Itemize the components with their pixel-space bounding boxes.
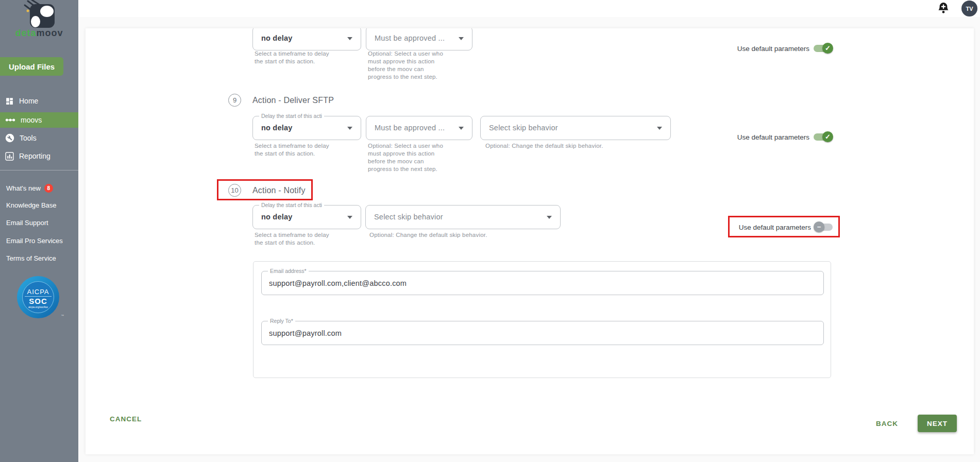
dropdown-arrow-icon bbox=[657, 127, 662, 130]
aicpa-soc-badge-inner: AICPA SOC aicpa.org/soc4so bbox=[22, 281, 54, 313]
sidebar-item-label: Home bbox=[19, 97, 38, 105]
approver-select-step9[interactable]: Must be approved ... bbox=[366, 116, 472, 140]
delay-helper-text: Select a timeframe to delaythe start of … bbox=[255, 231, 329, 247]
delay-select-label: Delay the start of this acti bbox=[259, 113, 324, 119]
sidebar-item-label: Reporting bbox=[19, 152, 50, 160]
use-default-parameters-toggle[interactable]: ✓ bbox=[814, 43, 832, 54]
skip-select-step10[interactable]: Select skip behavior bbox=[365, 205, 561, 229]
use-default-parameters-label: Use default parameters bbox=[737, 133, 809, 141]
sidebar-item-label: moovs bbox=[21, 116, 42, 124]
wrench-icon bbox=[5, 133, 14, 143]
delay-select-prev[interactable]: no delay bbox=[252, 28, 361, 50]
logo-text-prefix: deta bbox=[15, 28, 36, 38]
dropdown-arrow-icon bbox=[459, 127, 464, 130]
aicpa-soc-badge: AICPA SOC aicpa.org/soc4so bbox=[17, 276, 59, 318]
approver-helper-text: Optional: Select a user whomust approve … bbox=[368, 142, 443, 173]
notification-bell-icon[interactable] bbox=[938, 2, 949, 14]
sidebar-link-label: What's new bbox=[6, 184, 41, 192]
dropdown-arrow-icon bbox=[459, 37, 464, 40]
delay-select-step10-value: no delay bbox=[261, 213, 292, 221]
skip-select-step9[interactable]: Select skip behavior bbox=[480, 116, 671, 140]
trademark-symbol: ™ bbox=[61, 314, 64, 317]
sidebar-link-email-support[interactable]: Email Support bbox=[6, 219, 48, 227]
sidebar-divider bbox=[0, 170, 78, 170]
sidebar-item-moovs[interactable]: moovs bbox=[0, 112, 78, 128]
sidebar-link-label: Email Pro Services bbox=[6, 237, 63, 245]
dropdown-arrow-icon bbox=[347, 37, 352, 40]
reply-to-input[interactable] bbox=[269, 322, 815, 344]
sidebar-link-label: Email Support bbox=[6, 219, 48, 227]
delay-select-step9[interactable]: Delay the start of this acti no delay bbox=[252, 116, 361, 140]
logo-text: detamoov bbox=[0, 28, 78, 39]
use-default-parameters-row-step9: Use default parameters ✓ bbox=[737, 131, 832, 143]
sidebar-item-home[interactable]: Home bbox=[0, 93, 78, 109]
soc-label: SOC bbox=[23, 297, 54, 305]
use-default-parameters-row-prev: Use default parameters ✓ bbox=[737, 43, 832, 54]
upload-files-button[interactable]: Upload Files bbox=[0, 57, 63, 76]
use-default-parameters-label: Use default parameters bbox=[739, 224, 811, 231]
sidebar-link-label: Terms of Service bbox=[6, 254, 56, 262]
bar-chart-icon bbox=[5, 152, 14, 161]
soc-url-label: aicpa.org/soc4so bbox=[23, 305, 54, 309]
skip-helper-text: Optional: Change the default skip behavi… bbox=[369, 231, 487, 239]
dropdown-arrow-icon bbox=[347, 216, 352, 219]
toggle-check-icon: ✓ bbox=[822, 131, 833, 142]
moovs-dots-icon bbox=[5, 117, 15, 123]
user-avatar[interactable]: TV bbox=[961, 1, 977, 16]
delay-select-step10[interactable]: Delay the start of this acti no delay bbox=[252, 205, 361, 229]
step-title: Action - Notify bbox=[252, 186, 306, 195]
email-address-input[interactable] bbox=[269, 272, 815, 294]
delay-select-step9-value: no delay bbox=[261, 124, 292, 132]
app-logo: detamoov bbox=[0, 0, 78, 40]
toggle-minus-icon: − bbox=[814, 221, 824, 232]
step-title: Action - Deliver SFTP bbox=[252, 96, 334, 105]
use-default-parameters-toggle[interactable]: − bbox=[815, 221, 834, 233]
approver-select-prev[interactable]: Must be approved ... bbox=[366, 28, 472, 50]
delay-helper-text: Select a timeframe to delaythe start of … bbox=[255, 142, 329, 158]
reply-to-field-wrapper: Reply To* bbox=[261, 321, 824, 345]
back-button[interactable]: BACK bbox=[876, 420, 898, 427]
next-button[interactable]: NEXT bbox=[918, 415, 957, 432]
delay-select-label: Delay the start of this acti bbox=[259, 202, 324, 208]
sidebar: detamoov Upload Files Home moovs Tools R… bbox=[0, 0, 78, 462]
email-address-field-wrapper: Email address* bbox=[261, 271, 824, 295]
sidebar-link-label: Knowledge Base bbox=[6, 201, 57, 209]
whats-new-count-badge: 8 bbox=[44, 184, 53, 193]
dropdown-arrow-icon bbox=[547, 216, 552, 219]
notify-parameters-panel: Email address* Reply To* bbox=[253, 261, 831, 378]
wizard-form-card: no delay Must be approved ... Select a t… bbox=[86, 28, 974, 454]
logo-icon bbox=[21, 0, 57, 28]
use-default-parameters-row-step10: Use default parameters − bbox=[739, 221, 834, 233]
step-number-circle: 10 bbox=[228, 184, 241, 197]
dropdown-arrow-icon bbox=[347, 127, 352, 130]
toggle-check-icon: ✓ bbox=[822, 43, 833, 54]
sidebar-item-reporting[interactable]: Reporting bbox=[0, 148, 78, 164]
cancel-button[interactable]: CANCEL bbox=[110, 415, 142, 423]
approver-select-prev-value: Must be approved ... bbox=[375, 34, 445, 42]
sidebar-link-terms-of-service[interactable]: Terms of Service bbox=[6, 254, 56, 262]
skip-helper-text: Optional: Change the default skip behavi… bbox=[485, 142, 603, 150]
logo-text-suffix: moov bbox=[37, 28, 63, 38]
approver-select-step9-value: Must be approved ... bbox=[375, 124, 445, 132]
aicpa-label: AICPA bbox=[25, 288, 51, 297]
use-default-parameters-toggle[interactable]: ✓ bbox=[814, 131, 832, 143]
delay-helper-text: Select a timeframe to delaythe start of … bbox=[255, 50, 329, 65]
top-bar bbox=[78, 0, 980, 17]
use-default-parameters-label: Use default parameters bbox=[737, 45, 809, 53]
skip-select-step9-value: Select skip behavior bbox=[489, 124, 558, 132]
sidebar-item-label: Tools bbox=[20, 134, 37, 142]
approver-helper-text: Optional: Select a user whomust approve … bbox=[368, 50, 443, 81]
sidebar-link-whats-new[interactable]: What's new 8 bbox=[6, 184, 53, 193]
dashboard-icon bbox=[5, 97, 14, 106]
delay-select-prev-value: no delay bbox=[261, 34, 292, 42]
footer-button-group: BACK NEXT bbox=[876, 415, 957, 432]
sidebar-link-email-pro-services[interactable]: Email Pro Services bbox=[6, 237, 63, 245]
sidebar-link-knowledge-base[interactable]: Knowledge Base bbox=[6, 201, 57, 209]
step-number-circle: 9 bbox=[228, 94, 241, 107]
skip-select-step10-value: Select skip behavior bbox=[374, 213, 443, 221]
sidebar-item-tools[interactable]: Tools bbox=[0, 130, 78, 146]
